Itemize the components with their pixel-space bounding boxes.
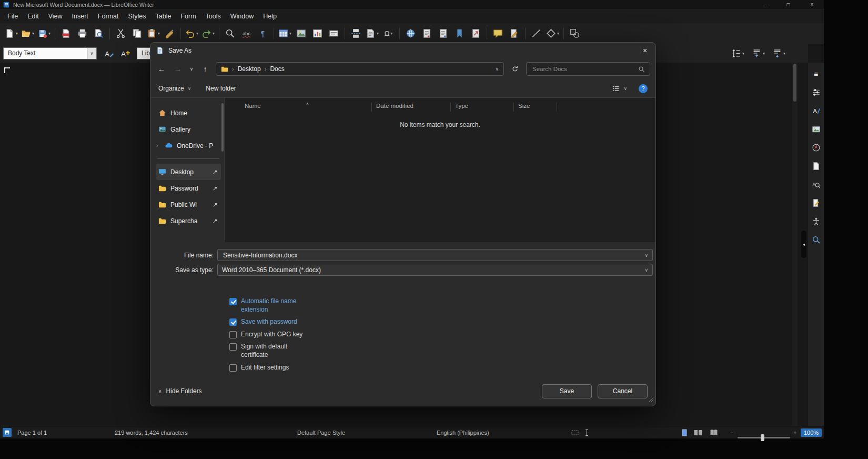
new-style-button[interactable]: A (117, 46, 134, 61)
spelling-button[interactable]: abc (238, 26, 255, 41)
column-name[interactable]: ∧Name (240, 103, 372, 112)
copy-button[interactable] (129, 26, 145, 41)
menu-form[interactable]: Form (176, 11, 200, 22)
paste-button[interactable]: ▾ (145, 26, 162, 41)
accessibility-check-button[interactable] (809, 214, 823, 228)
menu-insert[interactable]: Insert (67, 11, 93, 22)
view-book-button[interactable] (709, 426, 719, 438)
save-button[interactable]: ▾ (36, 26, 52, 41)
dropdown-caret[interactable]: ▾ (48, 31, 51, 36)
zoom-level[interactable]: 100% (801, 428, 822, 437)
recent-locations-button[interactable]: ∨ (188, 66, 195, 72)
option-label[interactable]: Automatic file name extension (241, 297, 303, 314)
dropdown-caret[interactable]: ▾ (377, 31, 379, 36)
checkbox[interactable] (229, 343, 237, 351)
insert-chart-button[interactable] (309, 26, 326, 41)
column-date-modified[interactable]: Date modified (372, 103, 451, 112)
navigator-deck-button[interactable] (809, 141, 823, 155)
search-box[interactable] (526, 62, 650, 76)
option-label[interactable]: Edit filter settings (241, 364, 289, 372)
option-automatic-extension[interactable]: Automatic file name extension (229, 297, 655, 314)
menu-file[interactable]: File (3, 11, 23, 22)
cancel-button[interactable]: Cancel (598, 384, 648, 398)
sidebar-item-gallery[interactable]: Gallery (156, 121, 221, 137)
basic-shapes-button[interactable]: ▾ (544, 26, 561, 41)
view-single-page-button[interactable] (680, 426, 689, 438)
styles-deck-button[interactable]: A (809, 104, 823, 118)
checkbox[interactable] (229, 318, 237, 326)
sidebar-item-public-wi[interactable]: Public Wi (156, 196, 221, 213)
checkbox[interactable] (229, 364, 237, 372)
maximize-button[interactable]: □ (776, 0, 800, 9)
sidebar-scrollbar[interactable] (221, 103, 224, 152)
dropdown-caret[interactable]: ▾ (213, 31, 215, 36)
insert-textbox-button[interactable] (326, 26, 342, 41)
view-options-button[interactable]: ∨ (612, 85, 627, 93)
dropdown-caret[interactable]: ▾ (289, 31, 291, 36)
page-deck-button[interactable] (809, 159, 823, 173)
special-character-button[interactable]: Ω▾ (380, 26, 397, 41)
sidebar-settings-button[interactable]: ≡ (809, 67, 823, 81)
dropdown-caret[interactable]: ▾ (783, 51, 785, 56)
draw-functions-button[interactable] (567, 26, 583, 41)
clone-formatting-button[interactable] (162, 26, 178, 41)
dropdown-caret[interactable]: ▾ (16, 31, 18, 36)
properties-deck-button[interactable] (809, 85, 823, 99)
new-document-button[interactable]: ▾ (3, 26, 19, 41)
paragraph-style-dropdown[interactable]: ∨ (87, 47, 97, 59)
page-count[interactable]: Page 1 of 1 (17, 426, 47, 438)
paragraph-style-value[interactable]: Body Text (3, 47, 87, 59)
checkbox[interactable] (229, 331, 237, 338)
back-button[interactable]: ← (156, 65, 167, 73)
document-scrollbar[interactable] (792, 63, 798, 426)
dropdown-caret[interactable]: ▾ (32, 31, 34, 36)
document-modified-indicator[interactable] (3, 428, 12, 437)
paragraph-spacing-increase-button[interactable]: ▾ (750, 46, 766, 61)
paragraph-style-combobox[interactable]: Body Text ∨ (3, 47, 97, 59)
hyperlink-button[interactable] (402, 26, 419, 41)
undo-button[interactable]: ▾ (184, 26, 200, 41)
option-label[interactable]: Encrypt with GPG key (241, 331, 302, 339)
gallery-deck-button[interactable] (809, 122, 823, 136)
menu-window[interactable]: Window (226, 11, 258, 22)
insert-field-button[interactable]: ▾ (364, 26, 380, 41)
hide-folders-button[interactable]: ∧ Hide Folders (158, 387, 202, 395)
breadcrumb-desktop[interactable]: Desktop (238, 65, 261, 73)
menu-edit[interactable]: Edit (23, 11, 44, 22)
column-type[interactable]: Type (451, 103, 514, 112)
menu-styles[interactable]: Styles (123, 11, 150, 22)
option-label[interactable]: Save with password (241, 318, 297, 326)
word-count[interactable]: 219 words, 1,424 characters (115, 426, 188, 438)
dialog-close-button[interactable]: × (634, 43, 655, 58)
column-size[interactable]: Size (514, 103, 557, 112)
find-replace-button[interactable] (222, 26, 238, 41)
sidebar-collapse-handle[interactable]: ◂ (801, 231, 806, 258)
footnote-button[interactable] (419, 26, 435, 41)
menu-format[interactable]: Format (93, 11, 124, 22)
dropdown-caret[interactable]: ∨ (644, 267, 648, 273)
dropdown-caret[interactable]: ▾ (557, 31, 559, 36)
print-button[interactable] (74, 26, 90, 41)
save-as-type-combobox[interactable]: Word 2010–365 Document (*.docx) ∨ (217, 264, 653, 276)
new-folder-button[interactable]: New folder (206, 85, 236, 92)
up-button[interactable]: ↑ (199, 65, 211, 73)
save-button[interactable]: Save (542, 384, 592, 398)
cut-button[interactable] (113, 26, 129, 41)
expand-chevron-icon[interactable]: › (156, 143, 160, 148)
sidebar-item-desktop[interactable]: Desktop (156, 164, 221, 180)
sidebar-item-onedrive[interactable]: › OneDrive - P (156, 137, 221, 154)
zoom-slider-thumb[interactable] (761, 434, 764, 441)
option-encrypt-gpg[interactable]: Encrypt with GPG key (229, 331, 655, 339)
comment-button[interactable] (490, 26, 506, 41)
update-style-button[interactable]: A (101, 46, 117, 61)
menu-tools[interactable]: Tools (201, 11, 226, 22)
manage-changes-button[interactable] (809, 196, 823, 210)
selection-mode-icon[interactable] (571, 426, 579, 438)
zoom-out-button[interactable]: − (730, 426, 733, 438)
dropdown-caret[interactable]: ▾ (763, 51, 765, 56)
cross-reference-button[interactable] (468, 26, 484, 41)
dropdown-caret[interactable]: ▾ (196, 31, 198, 36)
redo-button[interactable]: ▾ (200, 26, 216, 41)
export-pdf-button[interactable] (58, 26, 74, 41)
scrollbar-thumb[interactable] (793, 64, 796, 102)
